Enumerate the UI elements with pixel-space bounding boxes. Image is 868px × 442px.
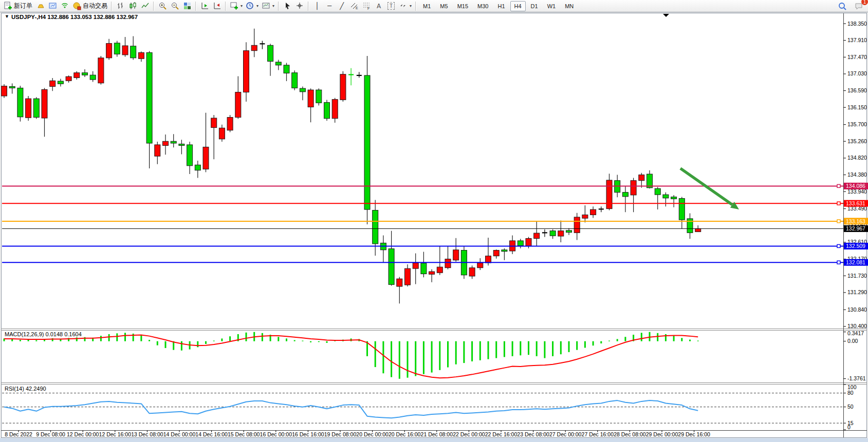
svg-text:13 Dec 08:00: 13 Dec 08:00 bbox=[131, 431, 163, 437]
svg-text:138.350: 138.350 bbox=[847, 21, 867, 27]
text-label-tool[interactable]: T bbox=[385, 1, 397, 12]
crosshair-button[interactable] bbox=[293, 1, 306, 12]
text-icon: A bbox=[377, 3, 381, 9]
timeframe-button-M5[interactable]: M5 bbox=[436, 1, 452, 11]
svg-text:20 Dec 16:00: 20 Dec 16:00 bbox=[389, 431, 421, 437]
chevron-down-icon: ▾ bbox=[272, 4, 274, 8]
periods-button[interactable]: ▾ bbox=[244, 1, 260, 12]
auto-trading-button[interactable]: 自动交易 bbox=[71, 1, 109, 12]
text-tool[interactable]: A bbox=[373, 1, 385, 12]
zoom-out-icon bbox=[171, 2, 179, 10]
timeframe-button-H4[interactable]: H4 bbox=[510, 1, 526, 11]
auto-scroll-button[interactable] bbox=[198, 1, 211, 12]
new-chart-button[interactable]: ▾ bbox=[228, 1, 244, 12]
date-axis: 8 Dec 20229 Dec 08:0012 Dec 00:0012 Dec … bbox=[5, 430, 710, 437]
svg-text:135.260: 135.260 bbox=[847, 138, 867, 144]
line-chart-button[interactable] bbox=[139, 1, 151, 12]
svg-text:-1.3761: -1.3761 bbox=[847, 375, 866, 381]
candlestick-button[interactable] bbox=[126, 1, 139, 12]
svg-text:29 Dec 16:00: 29 Dec 16:00 bbox=[678, 431, 710, 437]
chart-shift-button[interactable] bbox=[211, 1, 223, 12]
svg-text:137.030: 137.030 bbox=[847, 70, 867, 76]
svg-text:14 Dec 00:00: 14 Dec 00:00 bbox=[163, 431, 196, 437]
toolbar: 新订单 自动交易 bbox=[0, 0, 868, 12]
auto-trading-label: 自动交易 bbox=[83, 2, 107, 10]
svg-text:0.00: 0.00 bbox=[847, 338, 858, 344]
rsi-indicator-label: RSI(14) 42.2490 bbox=[5, 386, 46, 392]
chart-upload-icon bbox=[48, 2, 57, 10]
trendline-icon: ╱ bbox=[340, 3, 344, 9]
toolbar-separator bbox=[153, 2, 154, 11]
svg-text:12 Dec 00:00: 12 Dec 00:00 bbox=[67, 431, 99, 437]
timeframe-button-M1[interactable]: M1 bbox=[419, 1, 435, 11]
svg-text:135.700: 135.700 bbox=[847, 121, 867, 127]
zoom-out-button[interactable] bbox=[169, 1, 181, 12]
notification-badge: 1 bbox=[861, 0, 868, 5]
text-label-icon: T bbox=[387, 2, 395, 10]
svg-text:137.910: 137.910 bbox=[847, 37, 867, 43]
svg-text:21 Dec 08:00: 21 Dec 08:00 bbox=[421, 431, 453, 437]
search-button[interactable] bbox=[836, 1, 848, 12]
template-chart-icon bbox=[262, 2, 270, 10]
signal-icon bbox=[61, 2, 69, 10]
svg-text:136.590: 136.590 bbox=[847, 87, 867, 93]
templates-button[interactable]: ▾ bbox=[260, 1, 276, 12]
trendline-tool[interactable]: ╱ bbox=[336, 1, 348, 12]
signal-button[interactable] bbox=[59, 1, 71, 12]
arrows-tool[interactable]: ▾ bbox=[397, 1, 413, 12]
chart-title-caret[interactable]: ▼ bbox=[5, 14, 9, 19]
toolbar-separator bbox=[308, 2, 309, 11]
new-order-button[interactable]: 新订单 bbox=[2, 1, 34, 12]
toolbar-separator bbox=[415, 2, 416, 11]
gold-ingot-button[interactable] bbox=[34, 1, 46, 12]
svg-text:20 Dec 00:00: 20 Dec 00:00 bbox=[356, 431, 389, 437]
line-chart-icon bbox=[141, 2, 150, 10]
svg-text:132.509: 132.509 bbox=[846, 243, 865, 249]
svg-text:130.840: 130.840 bbox=[847, 306, 867, 313]
zoom-in-button[interactable] bbox=[156, 1, 169, 12]
clock-icon bbox=[246, 2, 254, 10]
svg-text:80: 80 bbox=[847, 390, 854, 396]
chart-canvas[interactable]: 138.350137.910137.470137.030136.590136.1… bbox=[0, 0, 868, 442]
horizontal-line-icon: ─ bbox=[327, 3, 331, 9]
toolbar-separator bbox=[195, 2, 196, 11]
svg-text:12 Dec 16:00: 12 Dec 16:00 bbox=[99, 431, 132, 437]
timeframe-button-M15[interactable]: M15 bbox=[453, 1, 472, 11]
crosshair-icon bbox=[296, 2, 304, 10]
timeframe-button-W1[interactable]: W1 bbox=[543, 1, 560, 11]
toolbar-separator bbox=[278, 2, 279, 11]
vertical-line-tool[interactable]: │ bbox=[311, 1, 323, 12]
chevron-down-icon: ▾ bbox=[410, 4, 412, 8]
svg-text:134.820: 134.820 bbox=[847, 155, 867, 161]
svg-text:19 Dec 08:00: 19 Dec 08:00 bbox=[324, 431, 357, 437]
chart-upload-button[interactable] bbox=[46, 1, 59, 12]
svg-text:E: E bbox=[356, 6, 358, 10]
channel-tool[interactable]: E bbox=[348, 1, 360, 12]
svg-text:27 Dec 16:00: 27 Dec 16:00 bbox=[582, 431, 614, 437]
bar-chart-button[interactable] bbox=[114, 1, 126, 12]
toolbar-right-cluster: 1 bbox=[836, 1, 865, 12]
chevron-down-icon: ▾ bbox=[256, 4, 258, 8]
svg-text:137.470: 137.470 bbox=[847, 54, 867, 60]
toolbar-separator bbox=[111, 2, 112, 11]
toolbar-separator bbox=[225, 2, 226, 11]
svg-text:9 Dec 08:00: 9 Dec 08:00 bbox=[36, 431, 65, 437]
tile-windows-button[interactable] bbox=[181, 1, 193, 12]
cursor-button[interactable] bbox=[281, 1, 293, 12]
tile-windows-icon bbox=[183, 2, 192, 10]
svg-text:16 Dec 00:00: 16 Dec 00:00 bbox=[260, 431, 292, 437]
svg-text:132.081: 132.081 bbox=[846, 259, 865, 265]
timeframe-button-MN[interactable]: MN bbox=[561, 1, 578, 11]
notifications-button[interactable]: 1 bbox=[853, 1, 865, 12]
auto-trading-icon bbox=[72, 2, 81, 10]
svg-text:133.631: 133.631 bbox=[846, 200, 865, 206]
svg-text:16 Dec 16:00: 16 Dec 16:00 bbox=[292, 431, 324, 437]
fibonacci-tool[interactable]: F bbox=[360, 1, 373, 12]
timeframe-button-D1[interactable]: D1 bbox=[527, 1, 542, 11]
horizontal-line-tool[interactable]: ─ bbox=[323, 1, 336, 12]
timeframe-button-M30[interactable]: M30 bbox=[473, 1, 492, 11]
new-chart-icon bbox=[230, 2, 238, 10]
timeframe-button-H1[interactable]: H1 bbox=[493, 1, 509, 11]
svg-text:131.730: 131.730 bbox=[847, 273, 867, 279]
auto-scroll-icon bbox=[200, 2, 209, 10]
